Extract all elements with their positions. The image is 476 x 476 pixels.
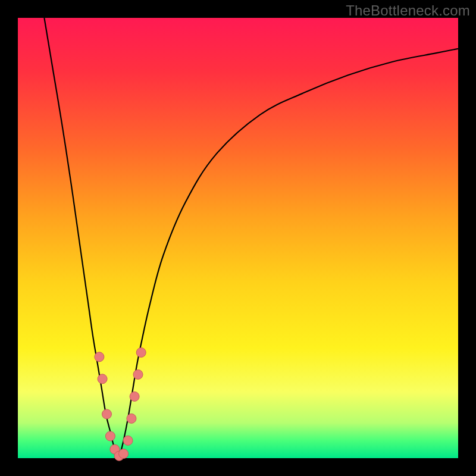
curve-right-branch xyxy=(119,49,458,458)
data-point xyxy=(130,392,139,401)
data-point xyxy=(98,374,107,384)
data-point xyxy=(136,347,146,357)
watermark-text: TheBottleneck.com xyxy=(346,2,470,19)
chart-frame: TheBottleneck.com xyxy=(0,0,476,476)
data-point xyxy=(119,449,129,459)
plot-area xyxy=(18,18,458,458)
data-point xyxy=(123,436,133,445)
curve-left-branch xyxy=(44,18,119,458)
chart-svg xyxy=(18,18,458,458)
data-point xyxy=(133,369,143,379)
data-point xyxy=(102,409,111,419)
data-point xyxy=(127,414,136,423)
data-point xyxy=(95,352,104,362)
data-point xyxy=(105,431,115,441)
